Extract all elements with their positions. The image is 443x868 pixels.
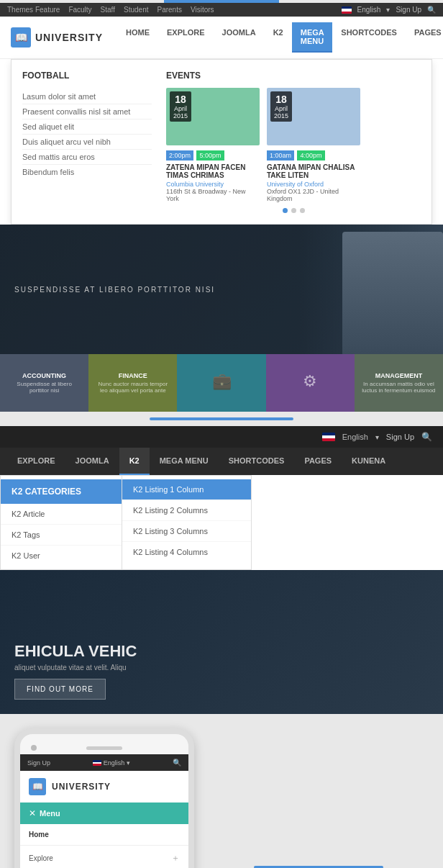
- phone-menu-home[interactable]: Home: [20, 824, 188, 846]
- phone-menu-explore-plus[interactable]: ＋: [171, 852, 180, 864]
- nav-k2[interactable]: K2: [265, 22, 292, 53]
- event-img-2: 18 April 2015: [267, 88, 360, 145]
- event-month-2: April: [274, 105, 288, 112]
- phone-signup[interactable]: Sign Up: [27, 759, 50, 767]
- lang-label[interactable]: English: [357, 6, 381, 14]
- flag-icon: [342, 6, 352, 14]
- dot-2[interactable]: [291, 208, 296, 213]
- nav-mega-menu[interactable]: MEGA MENU: [292, 22, 333, 53]
- phone-book-icon: 📖: [32, 782, 43, 792]
- chevron-down-icon-s2: ▾: [375, 433, 379, 441]
- section3-mobile: Sign Up English ▾ 🔍 📖 UNIVERSITY ✕ Menu: [0, 714, 443, 868]
- phone-menu-home-label: Home: [29, 831, 49, 838]
- cat-finance[interactable]: FINANCE Nunc auctor mauris tempor leo al…: [88, 354, 177, 412]
- section1-university: Themes Feature Faculty Staff Student Par…: [0, 3, 443, 412]
- s2-nav-joomla[interactable]: JOOMLA: [65, 448, 119, 475]
- phone-topbar: Sign Up English ▾ 🔍: [20, 754, 188, 771]
- s2-nav-mega[interactable]: MEGA MENU: [150, 448, 219, 475]
- event-time2-2: 4:00pm: [297, 150, 324, 161]
- k2-dropdown: K2 Categories K2 Article K2 Tags K2 User…: [0, 475, 443, 570]
- topbar-link-themes[interactable]: Themes Feature: [7, 6, 60, 14]
- k2-article[interactable]: K2 Article: [1, 504, 122, 525]
- mega-item-2[interactable]: Sed aliquet elit: [22, 119, 152, 135]
- search-icon[interactable]: 🔍: [427, 6, 436, 14]
- k2-listing-3col[interactable]: K2 Listing 3 Columns: [122, 521, 251, 542]
- dot-1[interactable]: [283, 208, 288, 213]
- topbar-link-visitors[interactable]: Visitors: [191, 6, 214, 14]
- phone-lang[interactable]: English ▾: [93, 759, 131, 767]
- topbar-link-parents[interactable]: Parents: [157, 6, 181, 14]
- divider-bar-middle: [150, 417, 293, 420]
- lang-text-s2[interactable]: English: [342, 433, 368, 441]
- k2-listing-2col[interactable]: K2 Listing 2 Columns: [122, 500, 251, 521]
- topbar-link-staff[interactable]: Staff: [101, 6, 115, 14]
- phone-menu-explore[interactable]: Explore ＋: [20, 846, 188, 868]
- mega-item-4[interactable]: Sed mattis arcu eros: [22, 150, 152, 165]
- flag-icon-s2: [322, 433, 335, 441]
- section3-right: [209, 728, 429, 868]
- signup-btn-s2[interactable]: Sign Up: [386, 433, 414, 441]
- find-out-more-button[interactable]: FIND OUT MORE: [14, 679, 106, 700]
- s2-nav-pages[interactable]: PAGES: [294, 448, 342, 475]
- s2-nav-shortcodes[interactable]: SHORTCODES: [219, 448, 295, 475]
- nav-shortcodes[interactable]: SHORTCODES: [332, 22, 406, 53]
- cat-icon-area[interactable]: 💼: [177, 354, 265, 412]
- nav-explore[interactable]: EXPLORE: [158, 22, 214, 53]
- phone-chevron-icon: ▾: [127, 759, 130, 767]
- mega-item-3[interactable]: Duis aliquet arcu vel nibh: [22, 135, 152, 150]
- signup-link[interactable]: Sign Up: [396, 6, 421, 14]
- phone-speaker: [86, 746, 122, 750]
- menu-close-icon[interactable]: ✕: [29, 808, 36, 818]
- phone-logo-icon: 📖: [29, 778, 46, 795]
- k2-tags[interactable]: K2 Tags: [1, 525, 122, 546]
- topbar-link-student[interactable]: Student: [124, 6, 148, 14]
- nav-pages[interactable]: PAGES: [406, 22, 443, 53]
- topbar-link-faculty[interactable]: Faculty: [68, 6, 91, 14]
- s2-nav-k2[interactable]: K2: [119, 448, 150, 475]
- mega-heading: FOOTBALL: [22, 71, 152, 81]
- dot-3[interactable]: [300, 208, 305, 213]
- mega-col-left: FOOTBALL Lasum dolor sit amet Praesent c…: [22, 71, 166, 213]
- hero-section: Suspendisse at libero porttitor nisi: [0, 225, 443, 354]
- section2-nav: EXPLORE JOOMLA K2 MEGA MENU SHORTCODES P…: [0, 448, 443, 475]
- k2-col2: K2 Listing 1 Column K2 Listing 2 Columns…: [122, 475, 252, 570]
- cat-management-text[interactable]: MANAGEMENT In accumsan mattis odio vel l…: [355, 354, 443, 412]
- mega-item-1[interactable]: Praesent convallis nisl sit amet: [22, 104, 152, 119]
- event-img-1: 18 April 2015: [166, 88, 260, 145]
- k2-listing-1col[interactable]: K2 Listing 1 Column: [122, 479, 251, 500]
- event-org-2: University of Oxford: [267, 181, 360, 188]
- dot-indicators: [166, 208, 421, 213]
- k2-user[interactable]: K2 User: [1, 546, 122, 566]
- s2-nav-explore[interactable]: EXPLORE: [7, 448, 65, 475]
- logo-text: UNIVERSITY: [35, 32, 103, 43]
- k2-listing-4col[interactable]: K2 Listing 4 Columns: [122, 542, 251, 562]
- cat-management[interactable]: ⚙: [266, 354, 355, 412]
- event-date-badge-1: 18 April 2015: [170, 91, 191, 122]
- cat-management-title: MANAGEMENT: [375, 372, 423, 379]
- k2-categories-header[interactable]: K2 Categories: [1, 479, 122, 504]
- cat-accounting[interactable]: ACCOUNTING Suspendisse at libero porttit…: [0, 354, 88, 412]
- nav-home[interactable]: HOME: [117, 22, 158, 53]
- event-time1-1: 2:00pm: [166, 150, 193, 161]
- phone-menu-bar[interactable]: ✕ Menu: [20, 803, 188, 824]
- category-bar: ACCOUNTING Suspendisse at libero porttit…: [0, 354, 443, 412]
- event-time1-2: 1:00am: [267, 150, 294, 161]
- mega-item-5[interactable]: Bibendum felis: [22, 165, 152, 179]
- event-org-1: Columbia University: [166, 181, 260, 188]
- phone-search-icon[interactable]: 🔍: [173, 759, 181, 767]
- hero-person-area: [299, 225, 443, 354]
- logo: 📖 UNIVERSITY: [11, 27, 103, 48]
- event-day-1: 18: [173, 94, 188, 105]
- gear-icon: ⚙: [303, 372, 317, 391]
- s2-nav-kunena[interactable]: KUNENA: [342, 448, 396, 475]
- phone-flag-icon: [93, 760, 101, 766]
- phone-lang-text: English: [104, 759, 125, 767]
- event-time2-1: 5:00pm: [196, 150, 224, 161]
- hero-content: Suspendisse at libero porttitor nisi: [0, 271, 229, 308]
- events-grid: 18 April 2015 2:00pm 5:00pm ZATENA MIPAN…: [166, 88, 421, 202]
- mega-item-0[interactable]: Lasum dolor sit amet: [22, 89, 152, 104]
- phone-logo-bar: 📖 UNIVERSITY: [20, 771, 188, 803]
- book-icon: 📖: [15, 32, 27, 43]
- nav-joomla[interactable]: JOOMLA: [214, 22, 265, 53]
- search-icon-s2[interactable]: 🔍: [421, 432, 432, 442]
